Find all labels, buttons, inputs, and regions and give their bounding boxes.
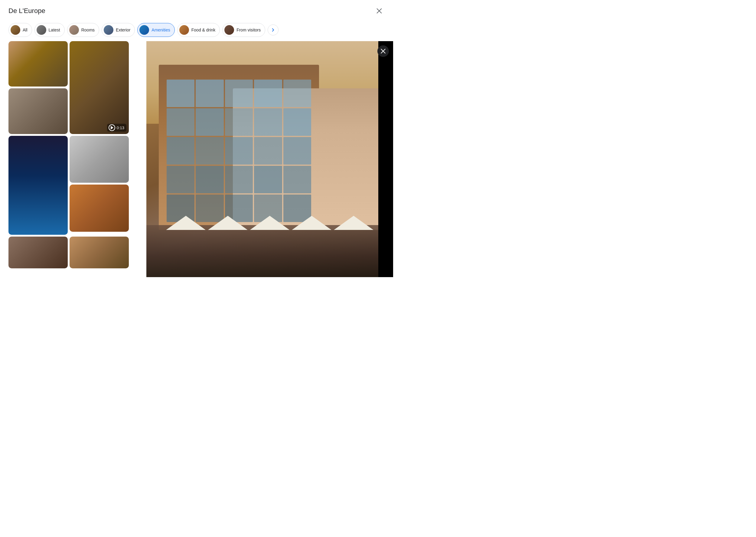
thumb-row-2 xyxy=(9,136,138,235)
play-icon xyxy=(109,124,115,131)
thumbnail-lounge-bottom[interactable] xyxy=(69,236,129,268)
svg-marker-2 xyxy=(111,126,113,130)
thumbnail-bedroom[interactable] xyxy=(69,185,129,232)
filter-bar: AllLatestRoomsExteriorAmenitiesFood & dr… xyxy=(0,20,393,41)
filter-tab-label-all: All xyxy=(23,27,27,32)
video-duration: 0:13 xyxy=(117,126,124,130)
header-close-button[interactable] xyxy=(374,5,385,16)
page-title: De L'Europe xyxy=(9,7,45,15)
header: De L'Europe xyxy=(0,0,393,20)
large-preview-panel xyxy=(146,41,393,277)
filter-tab-label-visitors: From visitors xyxy=(237,27,261,32)
filter-tab-label-latest: Latest xyxy=(49,27,60,32)
filter-tab-amenities[interactable]: Amenities xyxy=(137,23,174,37)
filter-tab-food[interactable]: Food & drink xyxy=(177,23,220,37)
filter-tab-label-amenities: Amenities xyxy=(152,27,170,32)
thumbnail-bathroom[interactable] xyxy=(69,136,129,183)
thumbnail-exterior[interactable] xyxy=(9,41,68,87)
thumbnail-grid: 0:13 xyxy=(9,41,141,277)
thumbnail-room[interactable] xyxy=(9,88,68,134)
filter-tab-visitors[interactable]: From visitors xyxy=(222,23,265,37)
main-content: 0:13 xyxy=(0,41,393,277)
filter-tab-label-food: Food & drink xyxy=(191,27,215,32)
filter-tab-all[interactable]: All xyxy=(9,23,32,37)
filter-tab-latest[interactable]: Latest xyxy=(34,23,65,37)
filter-tab-label-exterior: Exterior xyxy=(116,27,130,32)
large-preview-close-button[interactable] xyxy=(377,45,389,57)
thumb-row-3 xyxy=(9,236,138,268)
thumbnail-pool[interactable] xyxy=(9,136,68,235)
filter-tab-exterior[interactable]: Exterior xyxy=(102,23,135,37)
thumbnail-corner[interactable] xyxy=(9,236,68,268)
filter-next-button[interactable] xyxy=(268,24,279,35)
filter-tab-label-rooms: Rooms xyxy=(81,27,94,32)
video-time-overlay: 0:13 xyxy=(107,124,127,132)
filter-tab-rooms[interactable]: Rooms xyxy=(67,23,99,37)
thumbnail-lobby-video[interactable]: 0:13 xyxy=(69,41,129,134)
thumb-row-1: 0:13 xyxy=(9,41,138,134)
